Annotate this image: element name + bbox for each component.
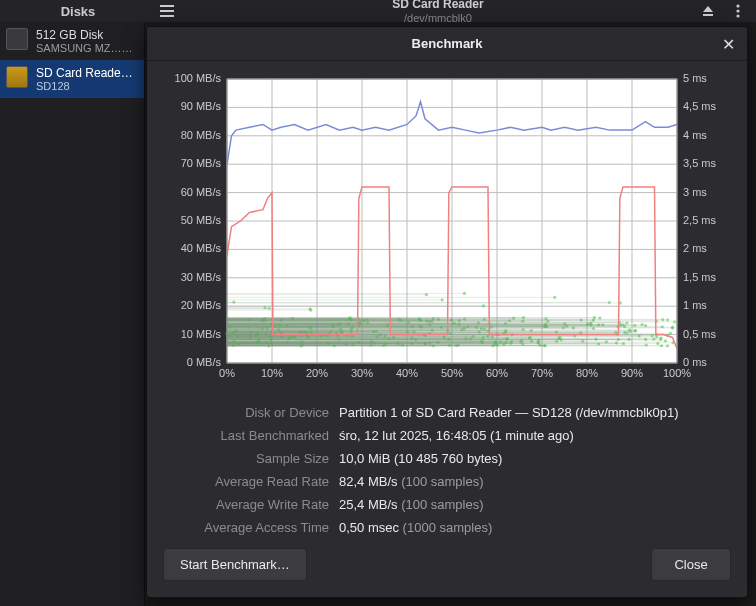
svg-point-615 xyxy=(539,344,542,347)
svg-text:10%: 10% xyxy=(261,367,283,379)
value-read: 82,4 MB/s (100 samples) xyxy=(339,474,719,489)
svg-point-659 xyxy=(229,325,232,328)
svg-text:10 MB/s: 10 MB/s xyxy=(181,328,222,340)
value-access-time: 0,50 msec xyxy=(339,520,399,535)
value-write-note: (100 samples) xyxy=(401,497,483,512)
label-disk: Disk or Device xyxy=(157,405,329,420)
dialog-title: Benchmark xyxy=(412,36,483,51)
svg-text:100%: 100% xyxy=(663,367,691,379)
label-sample: Sample Size xyxy=(157,451,329,466)
svg-text:70%: 70% xyxy=(531,367,553,379)
benchmark-info: Disk or Device Partition 1 of SD Card Re… xyxy=(157,405,719,535)
svg-point-605 xyxy=(522,316,525,319)
svg-text:1,5 ms: 1,5 ms xyxy=(683,271,717,283)
svg-point-1 xyxy=(736,4,739,7)
value-disk: Partition 1 of SD Card Reader — SD128 (/… xyxy=(339,405,719,420)
svg-text:3,5 ms: 3,5 ms xyxy=(683,157,717,169)
svg-text:2 ms: 2 ms xyxy=(683,242,707,254)
svg-text:70 MB/s: 70 MB/s xyxy=(181,157,222,169)
disk-icon xyxy=(6,66,28,88)
topbar-device-path: /dev/mmcblk0 xyxy=(186,12,690,24)
svg-point-639 xyxy=(656,342,659,345)
svg-text:2,5 ms: 2,5 ms xyxy=(683,214,717,226)
svg-point-285 xyxy=(482,304,485,307)
disk-name: 512 GB Disk xyxy=(36,28,138,42)
benchmark-chart: 0 MB/s10 MB/s20 MB/s30 MB/s40 MB/s50 MB/… xyxy=(169,75,725,385)
svg-point-2 xyxy=(736,9,739,12)
svg-point-609 xyxy=(659,338,662,341)
value-read-rate: 82,4 MB/s xyxy=(339,474,398,489)
sidebar-disk-item[interactable]: 512 GB DiskSAMSUNG MZ…HA… xyxy=(0,22,144,60)
sidebar-disk-item[interactable]: SD Card Reade…SD128 xyxy=(0,60,144,98)
svg-text:50 MB/s: 50 MB/s xyxy=(181,214,222,226)
value-sample: 10,0 MiB (10 485 760 bytes) xyxy=(339,451,719,466)
value-write-rate: 25,4 MB/s xyxy=(339,497,398,512)
close-button[interactable]: Close xyxy=(651,548,731,581)
svg-point-655 xyxy=(594,337,597,340)
svg-text:0 MB/s: 0 MB/s xyxy=(187,356,222,368)
svg-point-151 xyxy=(441,298,444,301)
svg-point-635 xyxy=(622,323,625,326)
svg-text:0,5 ms: 0,5 ms xyxy=(683,328,717,340)
label-last: Last Benchmarked xyxy=(157,428,329,443)
svg-point-649 xyxy=(592,319,595,322)
svg-point-3 xyxy=(736,14,739,17)
disk-name: SD Card Reade… xyxy=(36,66,133,80)
svg-text:1 ms: 1 ms xyxy=(683,299,707,311)
svg-point-565 xyxy=(660,344,663,347)
svg-point-441 xyxy=(666,344,669,347)
svg-point-443 xyxy=(512,317,515,320)
svg-point-607 xyxy=(572,326,575,329)
svg-point-493 xyxy=(661,325,664,328)
svg-text:4,5 ms: 4,5 ms xyxy=(683,100,717,112)
hamburger-icon[interactable] xyxy=(156,2,178,20)
svg-text:30 MB/s: 30 MB/s xyxy=(181,271,222,283)
svg-point-189 xyxy=(671,326,674,329)
svg-text:80%: 80% xyxy=(576,367,598,379)
dialog-header: Benchmark ✕ xyxy=(147,27,747,61)
value-last: śro, 12 lut 2025, 16:48:05 (1 minute ago… xyxy=(339,428,719,443)
label-access: Average Access Time xyxy=(157,520,329,535)
svg-text:30%: 30% xyxy=(351,367,373,379)
svg-text:50%: 50% xyxy=(441,367,463,379)
eject-icon[interactable] xyxy=(698,2,718,20)
svg-point-621 xyxy=(634,329,637,332)
svg-text:20 MB/s: 20 MB/s xyxy=(181,299,222,311)
svg-point-637 xyxy=(589,323,592,326)
svg-text:40%: 40% xyxy=(396,367,418,379)
svg-text:0%: 0% xyxy=(219,367,235,379)
svg-point-393 xyxy=(598,316,601,319)
svg-text:90 MB/s: 90 MB/s xyxy=(181,100,222,112)
svg-point-525 xyxy=(664,339,667,342)
svg-text:40 MB/s: 40 MB/s xyxy=(181,242,222,254)
svg-point-331 xyxy=(425,293,428,296)
svg-rect-0 xyxy=(703,14,713,16)
label-read: Average Read Rate xyxy=(157,474,329,489)
value-access-note: (1000 samples) xyxy=(403,520,493,535)
svg-text:4 ms: 4 ms xyxy=(683,129,707,141)
close-icon[interactable]: ✕ xyxy=(717,33,739,55)
disk-icon xyxy=(6,28,28,50)
svg-point-263 xyxy=(592,327,595,330)
kebab-menu-icon[interactable] xyxy=(728,2,748,20)
topbar: Disks SD Card Reader /dev/mmcblk0 xyxy=(0,0,756,22)
svg-point-193 xyxy=(463,292,466,295)
svg-text:60%: 60% xyxy=(486,367,508,379)
svg-point-651 xyxy=(256,331,259,334)
svg-point-645 xyxy=(626,331,629,334)
svg-point-627 xyxy=(608,301,611,304)
sidebar: 512 GB DiskSAMSUNG MZ…HA…SD Card Reade…S… xyxy=(0,22,145,606)
svg-point-657 xyxy=(293,336,296,339)
app-title: Disks xyxy=(8,4,148,19)
svg-text:5 ms: 5 ms xyxy=(683,72,707,84)
value-access: 0,50 msec (1000 samples) xyxy=(339,520,719,535)
svg-point-495 xyxy=(308,307,311,310)
start-benchmark-button[interactable]: Start Benchmark… xyxy=(163,548,307,581)
svg-text:3 ms: 3 ms xyxy=(683,186,707,198)
disk-sub: SD128 xyxy=(36,80,133,92)
label-write: Average Write Rate xyxy=(157,497,329,512)
svg-point-647 xyxy=(263,306,266,309)
disk-sub: SAMSUNG MZ…HA… xyxy=(36,42,138,54)
value-write: 25,4 MB/s (100 samples) xyxy=(339,497,719,512)
svg-point-253 xyxy=(640,323,643,326)
